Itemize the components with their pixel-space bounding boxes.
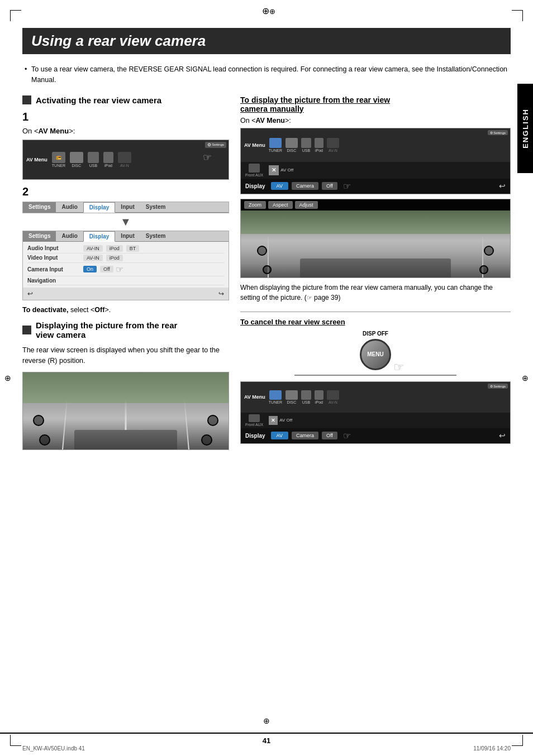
hand-cursor-menu: ☞ [393,360,404,375]
tab-system-2[interactable]: System [140,231,172,241]
bt-option[interactable]: BT [126,245,140,252]
audio-input-values: AV-IN iPod BT [83,245,139,252]
zoom-button[interactable]: Zoom [244,201,266,209]
file-info-left: EN_KW-AV50EU.indb 41 [22,745,85,752]
title-banner: Using a rear view camera [22,28,511,54]
right-column: To display the picture from the rear vie… [240,95,511,456]
language-sidebar: ENGLISH [517,84,533,173]
cancel-heading: To cancel the rear view screen [240,318,511,326]
camera-button[interactable]: Camera [292,182,318,190]
guide-dot-3 [263,265,272,274]
menu-button[interactable]: MENU [360,339,391,370]
av-button[interactable]: AV [271,182,288,190]
tab-settings-2[interactable]: Settings [23,231,56,241]
guide-circle-br [207,415,218,426]
crosshair-top-icon: ⊕ [262,6,271,15]
display-manual-heading: To display the picture from the rear vie… [240,95,511,113]
step1-label: 1 [22,111,229,123]
av-menu-screenshot-cancel: AV Menu TUNER DISC USB [240,381,511,444]
camera-on-option[interactable]: On [83,266,97,272]
tab-audio-2[interactable]: Audio [56,231,83,241]
deactivate-label: To deactivate, [22,306,68,314]
camera-view-right-main: Zoom Aspect Adjust [240,199,511,278]
step2-label: 2 [22,185,229,198]
guide-circle-mr [201,434,212,446]
language-label: ENGLISH [521,108,530,149]
section2-body: The rear view screen is displayed when y… [22,345,229,366]
camera-off-option[interactable]: Off [100,266,113,272]
ipod-option[interactable]: iPod [106,245,123,252]
tab-input[interactable]: Input [115,202,140,212]
camera-input-label: Camera Input [27,266,83,272]
deactivate-text: To deactivate, select <Off>. [22,305,229,315]
video-input-values: AV-IN iPod [83,255,123,261]
file-info-right: 11/09/16 14:20 [473,745,511,752]
two-column-layout: Activating the rear view camera 1 On <AV… [22,95,511,456]
av-off-x-icon-2: ✕ [269,416,278,425]
tab-display-2[interactable]: Display [83,231,116,242]
next-btn[interactable]: ↪ [218,290,224,298]
section2-heading: Displaying the picture from the rearview… [22,320,229,339]
section-divider [240,312,511,312]
menu-button-area: DISP OFF MENU ☞ [240,331,511,376]
display-manual-section: To display the picture from the rear vie… [240,95,511,303]
step1-text: On <AV Menu>: [22,127,229,135]
left-column: Activating the rear view camera 1 On <AV… [22,95,229,456]
guide-dot-1 [257,246,267,256]
section1-title: Activating the rear view camera [36,95,161,105]
page-number: 41 [263,736,270,745]
camera-input-row: Camera Input On Off ☞ [27,263,224,276]
av-off-x-icon: ✕ [269,165,279,175]
crosshair-left-icon: ⊕ [4,374,11,382]
video-input-row: Video Input AV-IN iPod [27,253,224,263]
section-icon [22,95,31,104]
off-button-2[interactable]: Off [322,432,337,439]
video-input-label: Video Input [27,255,83,261]
tab-display[interactable]: Display [83,202,116,213]
corner-mark-bl [10,735,21,746]
menu-arrow-line [294,375,456,376]
road-sim-right [241,210,510,277]
tab-input-2[interactable]: Input [115,231,140,241]
note-text: When displaying the picture from the rea… [240,283,511,303]
settings-rows: Audio Input AV-IN iPod BT Video Input AV… [23,242,229,288]
audio-input-label: Audio Input [27,245,83,251]
tab-audio[interactable]: Audio [56,202,83,212]
settings-panel-rows: Settings Audio Display Input System Audi… [22,231,229,300]
settings-tabs: Settings Audio Display Input System [23,202,229,213]
corner-mark-tr [512,10,523,21]
av-menu-screenshot-1: AV Menu 📻 TUNER DISC [22,140,229,180]
settings-tabs-2: Settings Audio Display Input System [23,231,229,242]
crosshair-right-icon: ⊕ [522,374,529,382]
av-button-2[interactable]: AV [271,432,288,439]
tab-system[interactable]: System [140,202,172,212]
video-av-in-option[interactable]: AV-IN [83,255,103,261]
page-title: Using a rear view camera [31,32,502,50]
section2-title: Displaying the picture from the rearview… [36,320,177,339]
on-av-menu-text: On <AV Menu>: [240,117,511,125]
car-silhouette [74,430,177,449]
av-in-option[interactable]: AV-IN [83,245,103,252]
car-right [300,259,451,277]
intro-text: To use a rear view camera, the REVERSE G… [22,64,511,85]
audio-input-row: Audio Input AV-IN iPod BT [27,244,224,253]
road-center-stripe [125,399,127,430]
off-button[interactable]: Off [322,182,337,190]
aspect-button[interactable]: Aspect [268,201,293,209]
camera-button-2[interactable]: Camera [292,432,318,439]
section1-heading: Activating the rear view camera [22,95,229,105]
section2-icon [22,326,31,334]
camera-view-left [22,372,229,450]
navigation-row: Navigation [27,276,224,285]
back-btn[interactable]: ↩ [27,290,33,298]
menu-btn-wrapper: MENU ☞ [360,339,391,370]
main-content: Using a rear view camera To use a rear v… [22,28,511,722]
tab-settings[interactable]: Settings [23,202,56,212]
video-ipod-option[interactable]: iPod [106,255,123,261]
disp-off-label: DISP OFF [240,331,511,337]
road-simulation [23,372,229,449]
page-bottom-bar [0,733,533,734]
settings-panel-top: Settings Audio Display Input System [22,202,229,213]
adjust-button[interactable]: Adjust [295,201,318,209]
navigation-label: Navigation [27,277,83,284]
